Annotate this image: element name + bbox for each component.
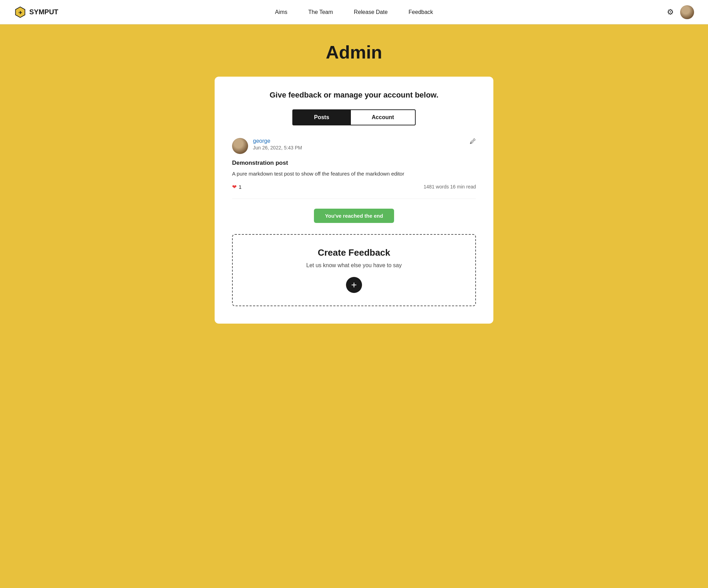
tab-group: Posts Account bbox=[232, 109, 476, 125]
create-feedback-title: Create Feedback bbox=[240, 247, 468, 258]
likes-count: 1 bbox=[239, 184, 241, 190]
tab-account[interactable]: Account bbox=[350, 109, 416, 125]
navbar: ✈ SYMPUT Aims The Team Release Date Feed… bbox=[0, 0, 708, 24]
page-title: Admin bbox=[7, 42, 701, 63]
post-header: george Jun 26, 2022, 5:43 PM bbox=[232, 138, 476, 154]
heart-icon: ❤ bbox=[232, 184, 237, 190]
card-subtitle: Give feedback or manage your account bel… bbox=[232, 91, 476, 100]
post-likes[interactable]: ❤ 1 bbox=[232, 184, 241, 190]
tab-posts[interactable]: Posts bbox=[292, 109, 350, 125]
svg-text:✈: ✈ bbox=[18, 10, 22, 15]
nav-item-aims[interactable]: Aims bbox=[275, 9, 287, 15]
brand-name: SYMPUT bbox=[29, 8, 58, 16]
nav-right: ⚙ bbox=[667, 5, 694, 19]
post-avatar bbox=[232, 138, 248, 154]
post-footer: ❤ 1 1481 words 16 min read bbox=[232, 184, 476, 190]
create-feedback-subtitle: Let us know what else you have to say bbox=[240, 262, 468, 269]
nav-item-feedback[interactable]: Feedback bbox=[409, 9, 433, 15]
add-feedback-button[interactable]: + bbox=[346, 277, 362, 293]
page-background: Admin Give feedback or manage your accou… bbox=[0, 24, 708, 588]
settings-icon[interactable]: ⚙ bbox=[667, 8, 674, 17]
post-edit-icon[interactable]: 🖉 bbox=[470, 138, 476, 145]
post-meta: 1481 words 16 min read bbox=[424, 184, 476, 189]
avatar-image bbox=[680, 5, 694, 19]
nav-links: Aims The Team Release Date Feedback bbox=[275, 9, 433, 15]
post-excerpt: A pure markdown test post to show off th… bbox=[232, 170, 476, 178]
end-button-wrapper: You've reached the end bbox=[232, 209, 476, 223]
create-feedback-box: Create Feedback Let us know what else yo… bbox=[232, 234, 476, 306]
logo-icon: ✈ bbox=[14, 6, 26, 18]
post-author-info: george Jun 26, 2022, 5:43 PM bbox=[253, 138, 302, 150]
nav-item-release[interactable]: Release Date bbox=[354, 9, 388, 15]
nav-item-team[interactable]: The Team bbox=[308, 9, 333, 15]
brand-logo[interactable]: ✈ SYMPUT bbox=[14, 6, 58, 18]
user-avatar[interactable] bbox=[680, 5, 694, 19]
post-item: george Jun 26, 2022, 5:43 PM 🖉 Demonstra… bbox=[232, 138, 476, 199]
post-title: Demonstration post bbox=[232, 160, 476, 167]
main-card: Give feedback or manage your account bel… bbox=[215, 77, 493, 324]
post-date: Jun 26, 2022, 5:43 PM bbox=[253, 145, 302, 150]
end-button[interactable]: You've reached the end bbox=[314, 209, 394, 223]
post-author-name[interactable]: george bbox=[253, 138, 302, 144]
